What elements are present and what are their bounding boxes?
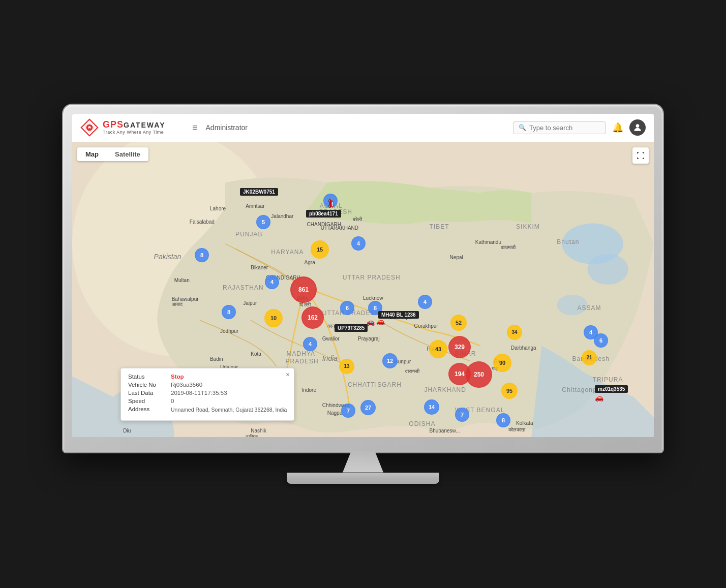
svg-text:India: India bbox=[322, 354, 338, 362]
car-icon-jk: 🚗 bbox=[328, 198, 338, 208]
svg-text:Bhubanesw...: Bhubanesw... bbox=[429, 427, 460, 433]
svg-text:TIBET: TIBET bbox=[429, 223, 449, 230]
car-icon-mz: 🚗 bbox=[595, 393, 603, 401]
monitor-wrapper: GPSGATEWAY Track Any Where Any Time ≡ Ad… bbox=[58, 105, 668, 484]
vehicle-label-jk02bw0751[interactable]: JK02BW0751 bbox=[240, 188, 278, 196]
svg-text:कोलकाता: कोलकाता bbox=[508, 426, 526, 432]
svg-text:Jodhpur: Jodhpur bbox=[220, 328, 239, 334]
map-tabs: Map Satellite bbox=[77, 147, 148, 161]
svg-text:ODISHA: ODISHA bbox=[409, 420, 435, 427]
car-icon-mh: 🚗 bbox=[376, 317, 385, 325]
user-avatar[interactable] bbox=[629, 119, 646, 136]
svg-text:Agra: Agra bbox=[305, 259, 316, 265]
svg-text:Amritsar: Amritsar bbox=[246, 203, 265, 209]
svg-point-4 bbox=[88, 128, 90, 130]
svg-text:Bikaner: Bikaner bbox=[251, 264, 268, 270]
svg-text:UTTARAKHAND: UTTARAKHAND bbox=[321, 225, 358, 230]
svg-text:वाराणसी: वाराणसी bbox=[405, 368, 420, 374]
topbar-right: 🔍 🔔 bbox=[513, 119, 646, 136]
svg-text:HARYANA: HARYANA bbox=[271, 248, 304, 255]
tab-map[interactable]: Map bbox=[77, 147, 107, 161]
search-icon: 🔍 bbox=[519, 124, 526, 131]
popup-close[interactable]: × bbox=[286, 370, 290, 379]
svg-text:CHHATTISGARH: CHHATTISGARH bbox=[348, 381, 402, 388]
topbar: GPSGATEWAY Track Any Where Any Time ≡ Ad… bbox=[72, 114, 654, 142]
svg-text:काठमाडौ: काठमाडौ bbox=[500, 244, 516, 250]
svg-text:Pakistan: Pakistan bbox=[154, 252, 182, 260]
svg-text:PRADESH: PRADESH bbox=[285, 358, 318, 365]
popup-status-row: Status Stop bbox=[128, 374, 287, 380]
logo-icon bbox=[80, 118, 99, 137]
svg-text:बरेली: बरेली bbox=[352, 216, 362, 222]
svg-text:Jalandhar: Jalandhar bbox=[271, 213, 294, 219]
map-container[interactable]: Pakistan India TIBET Nepal Kathmandu काठ… bbox=[72, 142, 654, 437]
popup-vehicle-row: Vehicle No Rj03ua3560 bbox=[128, 382, 287, 388]
svg-text:Gwalior: Gwalior bbox=[322, 336, 340, 342]
svg-text:Bhutan: Bhutan bbox=[557, 238, 579, 245]
logo-area: GPSGATEWAY Track Any Where Any Time bbox=[80, 118, 192, 137]
svg-text:आबाद: आबाद bbox=[172, 301, 183, 307]
hamburger-menu[interactable]: ≡ bbox=[192, 122, 198, 133]
admin-label: Administrator bbox=[206, 123, 513, 132]
svg-text:Darbhanga: Darbhanga bbox=[511, 345, 536, 351]
logo-gps-gateway: GPSGATEWAY bbox=[103, 120, 165, 130]
bell-icon[interactable]: 🔔 bbox=[612, 122, 623, 133]
logo-text: GPSGATEWAY Track Any Where Any Time bbox=[103, 120, 165, 135]
svg-text:Kathmandu: Kathmandu bbox=[475, 239, 501, 244]
svg-text:Lahore: Lahore bbox=[210, 206, 226, 211]
vehicle-label-pb08ea4171[interactable]: pb08ea4171 bbox=[306, 210, 341, 218]
svg-text:Indore: Indore bbox=[302, 387, 317, 392]
info-popup: × Status Stop Vehicle No Rj03ua3560 Last… bbox=[120, 368, 294, 421]
monitor-neck bbox=[343, 452, 383, 473]
svg-text:JHARKHAND: JHARKHAND bbox=[424, 386, 466, 393]
tab-satellite[interactable]: Satellite bbox=[107, 147, 148, 161]
svg-text:SIKKIM: SIKKIM bbox=[516, 223, 540, 230]
svg-point-9 bbox=[588, 254, 628, 284]
search-input[interactable] bbox=[529, 124, 600, 132]
svg-point-5 bbox=[636, 124, 640, 128]
svg-text:Kota: Kota bbox=[251, 351, 261, 357]
car-icon-up: 🚗 bbox=[366, 318, 375, 326]
popup-address-row: Address Unnamed Road, Somnath, Gujarat 3… bbox=[128, 406, 287, 414]
svg-text:Faisalabad: Faisalabad bbox=[190, 219, 215, 224]
svg-text:Prayagraj: Prayagraj bbox=[358, 336, 380, 342]
svg-text:UTTAR PRADESH: UTTAR PRADESH bbox=[343, 273, 401, 281]
svg-text:Multan: Multan bbox=[174, 277, 190, 283]
svg-text:Badin: Badin bbox=[210, 356, 223, 362]
svg-text:Diu: Diu bbox=[123, 427, 131, 433]
svg-text:Lucknow: Lucknow bbox=[363, 295, 383, 301]
popup-lastdata-row: Last Data 2019-08-11T17:35:53 bbox=[128, 390, 287, 396]
svg-text:Kolkata: Kolkata bbox=[516, 420, 533, 425]
search-box[interactable]: 🔍 bbox=[513, 121, 606, 134]
svg-text:MADHYA: MADHYA bbox=[286, 350, 315, 357]
popup-speed-row: Speed 0 bbox=[128, 398, 287, 404]
svg-text:TRIPURA: TRIPURA bbox=[593, 376, 623, 383]
svg-text:ASSAM: ASSAM bbox=[577, 304, 601, 312]
svg-text:Chittagong: Chittagong bbox=[562, 386, 596, 393]
vehicle-label-up79t3285[interactable]: UP79T3285 bbox=[335, 324, 368, 332]
screen: GPSGATEWAY Track Any Where Any Time ≡ Ad… bbox=[72, 114, 654, 437]
monitor-bezel: GPSGATEWAY Track Any Where Any Time ≡ Ad… bbox=[63, 105, 663, 452]
svg-text:RAJASTHAN: RAJASTHAN bbox=[223, 284, 264, 291]
svg-text:Gorakhpur: Gorakhpur bbox=[414, 323, 438, 329]
svg-text:PUNJAB: PUNJAB bbox=[235, 230, 263, 237]
svg-text:Jaipur: Jaipur bbox=[243, 300, 257, 306]
svg-text:Nashik: Nashik bbox=[251, 427, 267, 433]
svg-text:नासिक: नासिक bbox=[245, 434, 258, 437]
svg-text:Nepal: Nepal bbox=[450, 254, 463, 260]
vehicle-label-mz01q3535[interactable]: mz01q3535 bbox=[595, 385, 628, 393]
monitor-base bbox=[287, 473, 439, 484]
fullscreen-button[interactable] bbox=[632, 147, 649, 164]
